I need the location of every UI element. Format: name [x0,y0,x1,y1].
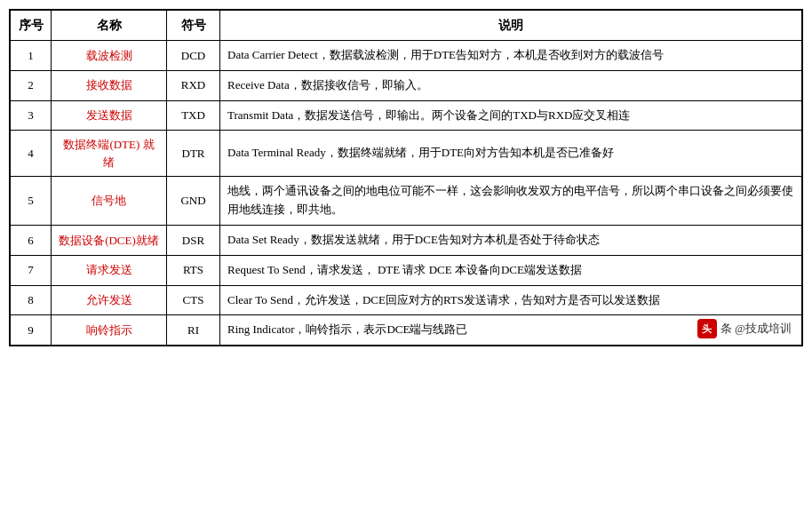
cell-code: DTR [167,131,220,177]
cell-desc: Receive Data，数据接收信号，即输入。 [220,70,802,100]
cell-desc: Data Carrier Detect，数据载波检测，用于DTE告知对方，本机是… [220,41,802,71]
cell-code: GND [167,177,220,226]
cell-num: 6 [11,225,52,255]
cell-desc: Request To Send，请求发送， DTE 请求 DCE 本设备向DCE… [220,255,802,285]
cell-code: CTS [167,285,220,315]
cell-name: 响铃指示 [52,315,167,346]
cell-num: 3 [11,100,52,131]
col-header-name: 名称 [52,11,167,41]
cell-desc: Data Set Ready，数据发送就绪，用于DCE告知对方本机是否处于待命状… [220,225,802,255]
table-row: 7请求发送RTSRequest To Send，请求发送， DTE 请求 DCE… [11,255,802,285]
cell-name: 信号地 [52,177,167,226]
table-row: 6数据设备(DCE)就绪DSRData Set Ready，数据发送就绪，用于D… [11,225,802,255]
cell-name: 接收数据 [52,70,167,100]
table-row: 3发送数据TXDTransmit Data，数据发送信号，即输出。两个设备之间的… [11,100,802,131]
cell-desc: Transmit Data，数据发送信号，即输出。两个设备之间的TXD与RXD应… [220,100,802,131]
cell-num: 5 [11,177,52,226]
cell-desc: Data Terminal Ready，数据终端就绪，用于DTE向对方告知本机是… [220,131,802,177]
cell-name: 数据设备(DCE)就绪 [52,225,167,255]
table-row: 2接收数据RXDReceive Data，数据接收信号，即输入。 [11,70,802,100]
cell-num: 7 [11,255,52,285]
cell-name: 允许发送 [52,285,167,315]
cell-num: 1 [11,41,52,71]
cell-num: 4 [11,131,52,177]
col-header-code: 符号 [167,11,220,41]
cell-name: 数据终端(DTE) 就绪 [52,131,167,177]
cell-code: DCD [167,41,220,71]
cell-code: TXD [167,100,220,131]
cell-name: 载波检测 [52,41,167,71]
table-row: 1载波检测DCDData Carrier Detect，数据载波检测，用于DTE… [11,41,802,71]
watermark: 头 条 @技成培训 [697,319,792,338]
cell-name: 请求发送 [52,255,167,285]
watermark-text: 条 @技成培训 [720,321,792,337]
watermark-icon: 头 [697,319,717,338]
cell-desc: 地线，两个通讯设备之间的地电位可能不一样，这会影响收发双方的电平信号，所以两个串… [220,177,802,226]
cell-code: RI [167,315,220,346]
cell-num: 2 [11,70,52,100]
table-row: 8允许发送CTSClear To Send，允许发送，DCE回应对方的RTS发送… [11,285,802,315]
table-row: 9响铃指示RIRing Indicator，响铃指示，表示DCE端与线路已 [11,315,802,346]
cell-num: 8 [11,285,52,315]
cell-code: DSR [167,225,220,255]
col-header-num: 序号 [11,11,52,41]
cell-desc: Clear To Send，允许发送，DCE回应对方的RTS发送请求，告知对方是… [220,285,802,315]
cell-code: RXD [167,70,220,100]
cell-name: 发送数据 [52,100,167,131]
table-row: 4数据终端(DTE) 就绪DTRData Terminal Ready，数据终端… [11,131,802,177]
cell-num: 9 [11,315,52,346]
main-table-wrapper: 序号 名称 符号 说明 1载波检测DCDData Carrier Detect，… [9,9,803,346]
table-header-row: 序号 名称 符号 说明 [11,11,802,41]
col-header-desc: 说明 [220,11,802,41]
serial-table: 序号 名称 符号 说明 1载波检测DCDData Carrier Detect，… [10,10,802,346]
cell-code: RTS [167,255,220,285]
table-row: 5信号地GND地线，两个通讯设备之间的地电位可能不一样，这会影响收发双方的电平信… [11,177,802,226]
